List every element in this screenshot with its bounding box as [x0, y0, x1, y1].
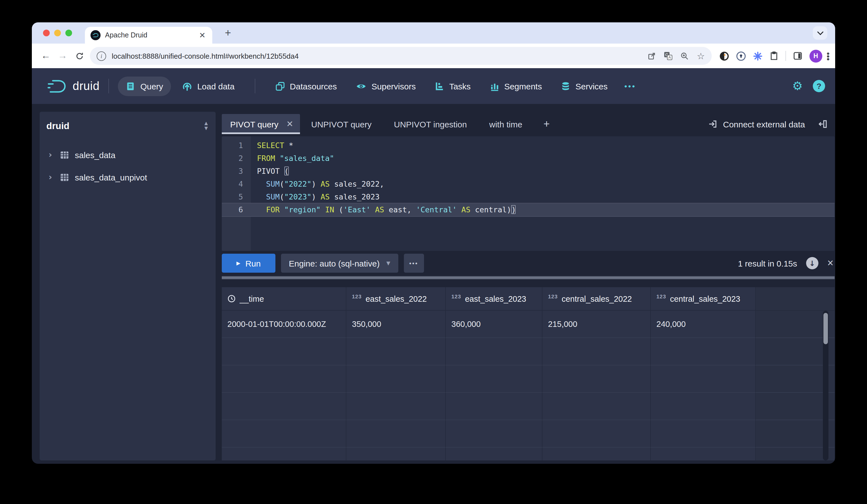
cell-east-sales-2022[interactable]	[346, 365, 446, 393]
cell-central-sales-2022[interactable]: 215,000	[543, 311, 651, 338]
cell-east-sales-2023[interactable]: 360,000	[446, 311, 543, 338]
scrollbar-thumb[interactable]	[823, 313, 828, 344]
address-bar[interactable]: i localhost:8888/unified-console.html#wo…	[90, 47, 711, 65]
back-button[interactable]: ←	[38, 50, 54, 62]
clipboard-extension-icon[interactable]	[770, 51, 778, 60]
browser-tab[interactable]: Apache Druid ✕	[85, 27, 212, 44]
cell-central-sales-2023[interactable]	[651, 448, 756, 460]
sidebar-toggle-icon[interactable]	[793, 51, 802, 60]
nav-item-supervisors[interactable]: Supervisors	[348, 76, 424, 96]
cell-east-sales-2023[interactable]	[446, 393, 543, 420]
cell--time[interactable]	[222, 448, 346, 460]
cell-east-sales-2023[interactable]	[446, 420, 543, 448]
query-tab-with-time[interactable]: with time	[478, 114, 533, 134]
sql-editor[interactable]: 1SELECT *2FROM "sales_data"3PIVOT (4 SUM…	[222, 136, 835, 251]
cell--time[interactable]: 2000-01-01T00:00:00.000Z	[222, 311, 346, 338]
cell-central-sales-2023[interactable]	[651, 365, 756, 393]
table-item-sales-data[interactable]: ›sales_data	[40, 143, 216, 166]
duckduckgo-extension-icon[interactable]	[719, 51, 729, 61]
result-row[interactable]: 2000-01-01T00:00:00.000Z350,000360,00021…	[222, 311, 835, 338]
empty-row[interactable]	[222, 365, 835, 393]
download-icon[interactable]: ↓	[806, 257, 818, 269]
zoom-window-button[interactable]	[65, 30, 72, 36]
table-item-sales-data-unpivot[interactable]: ›sales_data_unpivot	[40, 166, 216, 188]
translate-icon[interactable]: GA	[664, 51, 673, 60]
cell-east-sales-2022[interactable]	[346, 338, 446, 365]
query-tab-unpivot-query[interactable]: UNPIVOT query	[300, 114, 383, 134]
close-window-button[interactable]	[43, 30, 50, 36]
sort-icon[interactable]: ▲▼	[204, 122, 208, 130]
nav-item-services[interactable]: Services	[553, 76, 616, 96]
cell-central-sales-2022[interactable]	[543, 365, 651, 393]
cell--time[interactable]	[222, 393, 346, 420]
forward-button[interactable]: →	[54, 50, 71, 62]
cell--time[interactable]	[222, 338, 346, 365]
chevron-right-icon[interactable]: ›	[49, 150, 54, 160]
cell-east-sales-2023[interactable]	[446, 338, 543, 365]
cell-east-sales-2022[interactable]: 350,000	[346, 311, 446, 338]
help-icon[interactable]: ?	[813, 80, 825, 92]
tab-search-button[interactable]	[813, 26, 827, 40]
cell--time[interactable]	[222, 365, 346, 393]
cell-central-sales-2023[interactable]: 240,000	[651, 311, 756, 338]
cell-east-sales-2022[interactable]	[346, 420, 446, 448]
code-line-4[interactable]: 4 SUM("2022") AS sales_2022,	[222, 178, 835, 191]
query-more-button[interactable]: •••	[404, 254, 424, 273]
code-line-3[interactable]: 3PIVOT (	[222, 165, 835, 178]
run-button[interactable]: ▶ Run	[222, 254, 275, 273]
engine-select[interactable]: Engine: auto (sql-native) ▼	[281, 254, 398, 273]
cell-central-sales-2023[interactable]	[651, 338, 756, 365]
nav-item-segments[interactable]: Segments	[482, 76, 550, 96]
open-panel-icon[interactable]	[818, 120, 827, 129]
column-header-east-sales-2022[interactable]: 123east_sales_2022	[346, 287, 446, 311]
reload-button[interactable]	[71, 52, 88, 60]
bookmark-star-icon[interactable]: ☆	[697, 51, 705, 61]
query-tab-unpivot-ingestion[interactable]: UNPIVOT ingestion	[383, 114, 478, 134]
cell-east-sales-2023[interactable]	[446, 365, 543, 393]
code-line-2[interactable]: 2FROM "sales_data"	[222, 152, 835, 165]
cell-east-sales-2022[interactable]	[346, 448, 446, 460]
browser-menu-icon[interactable]: •••	[826, 52, 829, 60]
cell-central-sales-2022[interactable]	[543, 338, 651, 365]
cell-central-sales-2023[interactable]	[651, 420, 756, 448]
minimize-window-button[interactable]	[54, 30, 61, 36]
panel-splitter[interactable]	[222, 276, 835, 279]
code-line-6[interactable]: 6 FOR "region" IN ('East' AS east, 'Cent…	[222, 203, 835, 216]
code-line-5[interactable]: 5 SUM("2023") AS sales_2023	[222, 191, 835, 203]
close-tab-icon[interactable]: ✕	[286, 119, 293, 129]
asterisk-extension-icon[interactable]	[753, 51, 762, 61]
column-header-central-sales-2022[interactable]: 123central_sales_2022	[543, 287, 651, 311]
cell-central-sales-2022[interactable]	[543, 393, 651, 420]
code-line-1[interactable]: 1SELECT *	[222, 139, 835, 152]
empty-row[interactable]	[222, 338, 835, 365]
nav-item-load-data[interactable]: Load data	[174, 76, 242, 96]
nav-overflow-button[interactable]: •••	[619, 82, 641, 90]
column-header-east-sales-2023[interactable]: 123east_sales_2023	[446, 287, 543, 311]
new-tab-button[interactable]: +	[221, 26, 235, 40]
empty-row[interactable]	[222, 448, 835, 460]
cell--time[interactable]	[222, 420, 346, 448]
settings-gear-icon[interactable]: ⚙	[792, 79, 803, 93]
column-header-central-sales-2023[interactable]: 123central_sales_2023	[651, 287, 756, 311]
query-tab-pivot-query[interactable]: PIVOT query✕	[222, 114, 300, 134]
empty-row[interactable]	[222, 420, 835, 448]
cell-central-sales-2022[interactable]	[543, 420, 651, 448]
connect-external-data-button[interactable]: Connect external data	[723, 119, 805, 129]
empty-row[interactable]	[222, 393, 835, 420]
cell-east-sales-2023[interactable]	[446, 448, 543, 460]
cell-central-sales-2022[interactable]	[543, 448, 651, 460]
tab-close-icon[interactable]: ✕	[198, 31, 207, 40]
nav-item-datasources[interactable]: Datasources	[268, 76, 345, 96]
nav-item-tasks[interactable]: Tasks	[427, 76, 479, 96]
add-tab-button[interactable]: +	[534, 114, 560, 134]
zoom-page-icon[interactable]	[681, 52, 689, 60]
site-info-icon[interactable]: i	[97, 51, 106, 61]
results-scrollbar[interactable]	[823, 311, 828, 460]
share-icon[interactable]	[648, 52, 656, 60]
chevron-right-icon[interactable]: ›	[49, 172, 54, 182]
browser-profile-avatar[interactable]: H	[809, 50, 822, 62]
onepassword-extension-icon[interactable]	[736, 51, 746, 61]
close-results-icon[interactable]: ×	[827, 257, 834, 269]
cell-east-sales-2022[interactable]	[346, 393, 446, 420]
nav-item-query[interactable]: Query	[118, 76, 171, 96]
